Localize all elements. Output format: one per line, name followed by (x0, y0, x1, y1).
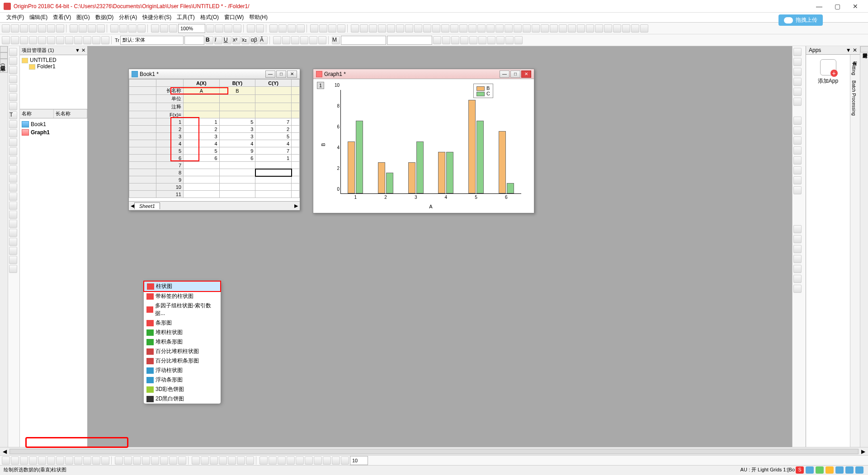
tb1-4[interactable] (378, 24, 386, 33)
line-color-button[interactable] (56, 36, 64, 44)
workbook-window[interactable]: Book1 * — □ ✕ A(X)B(Y)C(Y)长名称AB单位注释F(x)=… (128, 69, 300, 211)
col-header[interactable]: B(Y) (219, 80, 255, 87)
tb1-16[interactable] (486, 24, 495, 33)
reader-tool[interactable] (9, 66, 17, 74)
scale-out-button[interactable] (288, 24, 296, 33)
tb1-28[interactable] (595, 24, 603, 33)
tb2-a[interactable] (83, 36, 91, 44)
mask-combo[interactable] (341, 36, 386, 45)
batch-button[interactable] (137, 24, 146, 33)
area-plot-button[interactable] (38, 456, 46, 465)
column-plot-button[interactable] (29, 456, 37, 465)
bt-1[interactable] (92, 456, 100, 465)
cell[interactable]: 5 (184, 147, 220, 155)
italic-button[interactable]: I (214, 36, 222, 44)
greek-button[interactable]: αβ (250, 36, 259, 44)
rt-8[interactable] (793, 127, 802, 135)
sheet-nav-next[interactable]: ▶ (294, 203, 298, 209)
bt-8[interactable] (160, 456, 168, 465)
open-button[interactable] (70, 24, 78, 33)
sheet-nav-prev[interactable]: ◀ (131, 203, 134, 209)
template-plot-button[interactable] (83, 456, 91, 465)
tb1-14[interactable] (468, 24, 476, 33)
menu-tools[interactable]: 工具(T) (174, 14, 197, 21)
merge-button[interactable] (460, 36, 468, 44)
menu-gadgets[interactable]: 快捷分析(S) (140, 14, 174, 21)
sidetab-quickhelp[interactable]: 快速帮助 (0, 46, 8, 52)
pe-tree[interactable]: UNTITLED Folder1 (20, 55, 87, 109)
pe-col-lname[interactable]: 长名称 (54, 109, 88, 118)
tb1-27[interactable] (586, 24, 594, 33)
add-col-button[interactable] (247, 24, 255, 33)
rescale-button[interactable] (297, 24, 305, 33)
mask-tool[interactable] (9, 93, 17, 101)
cell[interactable]: 3 (219, 133, 255, 140)
popup-item[interactable]: 2D黑白饼图 (144, 394, 221, 404)
cell[interactable]: 4 (184, 140, 220, 147)
rt-14[interactable] (793, 186, 802, 194)
maximize-button[interactable]: ▢ (828, 3, 846, 10)
bt-23[interactable] (305, 456, 313, 465)
lt-2[interactable] (9, 193, 17, 201)
scale-in-button[interactable] (278, 24, 287, 33)
popup-item[interactable]: 百分比堆积柱状图 (144, 347, 221, 356)
bar[interactable] (386, 173, 393, 193)
bar[interactable] (446, 152, 453, 193)
bt-16[interactable] (237, 456, 245, 465)
bt-14[interactable] (219, 456, 227, 465)
bt-11[interactable] (192, 456, 200, 465)
print-button[interactable] (151, 24, 159, 33)
tb1-30[interactable] (613, 24, 621, 33)
bt-3[interactable] (115, 456, 123, 465)
bt-17[interactable] (246, 456, 254, 465)
tb1-23[interactable] (550, 24, 558, 33)
wb-max-button[interactable]: □ (276, 71, 286, 78)
new-layout-button[interactable] (47, 24, 55, 33)
tb1-18[interactable] (505, 24, 513, 33)
menu-help[interactable]: 帮助(H) (246, 14, 270, 21)
popup-item[interactable]: 3D彩色饼图 (144, 385, 221, 394)
tb1-9[interactable] (423, 24, 431, 33)
rt-21[interactable] (793, 285, 802, 293)
menu-view[interactable]: 查看(V) (50, 14, 74, 21)
new-project-button[interactable] (2, 24, 10, 33)
bt-12[interactable] (201, 456, 209, 465)
rt-10[interactable] (793, 146, 802, 155)
col-header[interactable]: A(X) (184, 80, 220, 87)
spin-value[interactable]: 10 (350, 456, 368, 465)
align-right-button[interactable] (291, 36, 299, 44)
tray-icon-2[interactable] (816, 466, 824, 474)
rt-17[interactable] (793, 245, 802, 253)
sidetab-msglog[interactable]: 消息日志 (0, 52, 8, 59)
rt-9[interactable] (793, 136, 802, 145)
new-excel-button[interactable] (38, 24, 46, 33)
underline-button[interactable]: U (223, 36, 231, 44)
bt-21[interactable] (287, 456, 295, 465)
popup-item[interactable]: 浮动柱状图 (144, 366, 221, 375)
bar[interactable] (408, 162, 415, 193)
tb2-1[interactable] (469, 36, 477, 44)
region-tool[interactable] (9, 165, 17, 174)
arrow-tool[interactable] (9, 120, 17, 128)
data-selector-tool[interactable] (9, 84, 17, 92)
cell[interactable]: 2 (255, 126, 292, 133)
hscroll-right[interactable]: ▶ (859, 448, 868, 455)
tb1-22[interactable] (541, 24, 549, 33)
gr-min-button[interactable]: — (500, 71, 509, 78)
pe-item-book1[interactable]: Book1 (22, 120, 85, 128)
import-excel-button[interactable] (128, 24, 137, 33)
rt-13[interactable] (793, 176, 802, 184)
wb-min-button[interactable]: — (265, 71, 275, 78)
lt-5[interactable] (9, 220, 17, 228)
rt-1[interactable] (793, 48, 802, 56)
new-workbook-button[interactable] (11, 24, 19, 33)
bt-19[interactable] (269, 456, 277, 465)
pe-col-name[interactable]: 名称 (20, 109, 54, 118)
contour-plot-button[interactable] (56, 456, 64, 465)
popup-item[interactable]: 百分比堆积条形图 (144, 356, 221, 366)
pointer-tool[interactable] (9, 48, 17, 56)
tool-c-button[interactable] (233, 24, 241, 33)
cell[interactable]: 3 (219, 126, 255, 133)
graph-window[interactable]: Graph1 * — □ ✕ 1 B C B 0246810 123456 A (313, 69, 534, 213)
menu-data[interactable]: 数据(D) (93, 14, 117, 21)
